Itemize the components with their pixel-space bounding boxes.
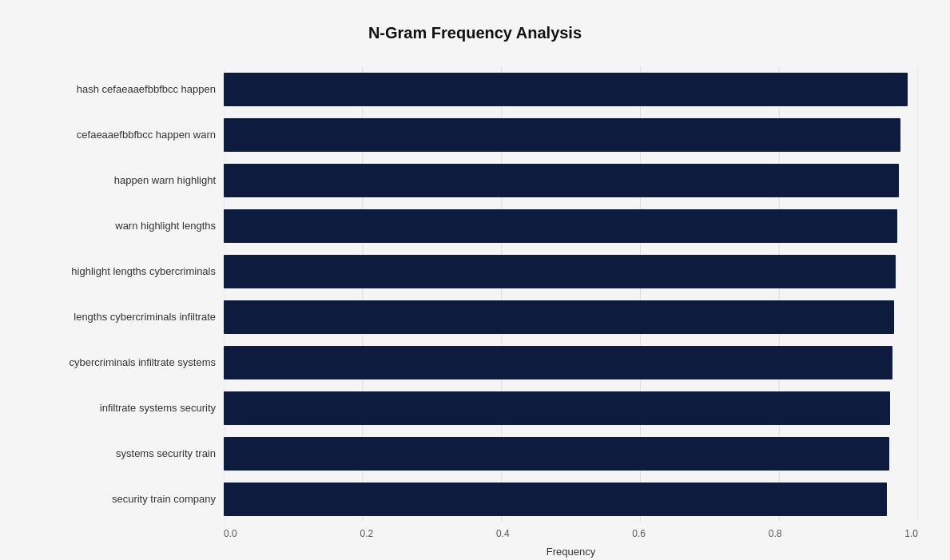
tick-5: 1.0	[904, 528, 918, 539]
bar-label: cefaeaaefbbfbcc happen warn	[16, 129, 216, 141]
bar-row: infiltrate systems security	[224, 385, 918, 431]
bar	[224, 483, 887, 516]
bars-container: hash cefaeaaefbbfbcc happencefaeaaefbbfb…	[224, 66, 918, 522]
bar	[224, 255, 896, 288]
bar-label: hash cefaeaaefbbfbcc happen	[16, 83, 216, 95]
bar	[224, 209, 897, 243]
bar-label: lengths cybercriminals infiltrate	[16, 311, 216, 323]
bar	[224, 391, 890, 425]
bar-label: security train company	[16, 493, 216, 505]
tick-2: 0.4	[496, 528, 510, 539]
bar-label: cybercriminals infiltrate systems	[16, 356, 216, 368]
x-axis-label: Frequency	[224, 546, 918, 558]
bar	[224, 73, 908, 106]
bar	[224, 164, 899, 197]
bar-row: hash cefaeaaefbbfbcc happen	[224, 66, 918, 112]
bar-label: highlight lengths cybercriminals	[16, 265, 216, 277]
bar-row: highlight lengths cybercriminals	[224, 248, 918, 294]
bar-label: happen warn highlight	[16, 174, 216, 186]
tick-3: 0.6	[632, 528, 646, 539]
bar-row: happen warn highlight	[224, 157, 918, 203]
bar-row: lengths cybercriminals infiltrate	[224, 294, 918, 340]
x-axis-area: 0.0 0.2 0.4 0.6 0.8 1.0 Frequency	[224, 528, 918, 558]
bar-row: cybercriminals infiltrate systems	[224, 340, 918, 385]
tick-0: 0.0	[224, 528, 237, 539]
bar-label: systems security train	[16, 447, 216, 459]
bar-label: warn highlight lengths	[16, 220, 216, 232]
bar-row: warn highlight lengths	[224, 203, 918, 248]
tick-1: 0.2	[360, 528, 373, 539]
bar-row: systems security train	[224, 431, 918, 476]
bar-row: security train company	[224, 476, 918, 522]
bar-row: cefaeaaefbbfbcc happen warn	[224, 112, 918, 157]
bar	[224, 346, 892, 379]
chart-container: N-Gram Frequency Analysis hash cefaeaaef…	[0, 0, 950, 560]
x-axis-ticks: 0.0 0.2 0.4 0.6 0.8 1.0	[224, 528, 918, 539]
tick-4: 0.8	[769, 528, 782, 539]
chart-title: N-Gram Frequency Analysis	[16, 16, 934, 42]
bar-label: infiltrate systems security	[16, 402, 216, 414]
bar	[224, 300, 894, 334]
bar	[224, 437, 889, 471]
bar	[224, 118, 900, 152]
